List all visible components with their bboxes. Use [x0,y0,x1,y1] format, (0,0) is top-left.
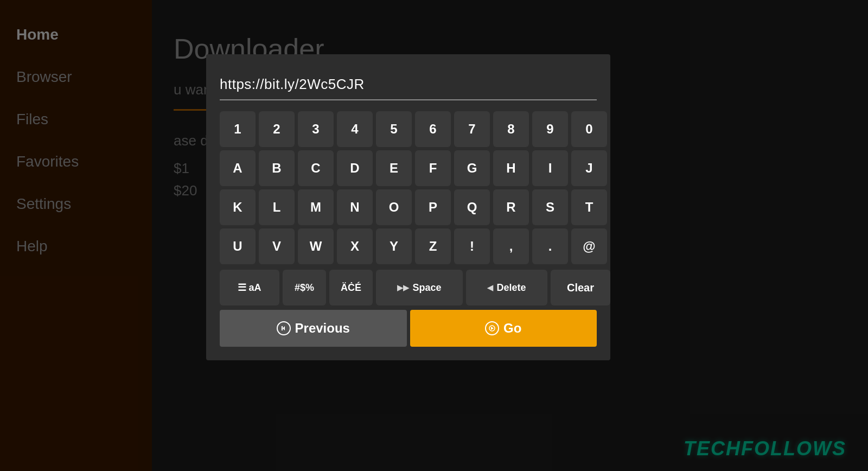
key-l[interactable]: L [259,189,295,225]
key-w[interactable]: W [298,228,334,264]
key-2[interactable]: 2 [259,111,295,147]
keyboard-dialog: 1 2 3 4 5 6 7 8 9 0 A B C D E F G H I J … [206,54,610,360]
key-f[interactable]: F [415,150,451,186]
delete-label: Delete [496,282,526,294]
key-at[interactable]: @ [571,228,607,264]
key-k[interactable]: K [220,189,256,225]
key-period[interactable]: . [532,228,568,264]
go-button[interactable]: Go [410,310,597,347]
alpha-row-1: A B C D E F G H I J [220,150,597,186]
dialog-bottom-buttons: Previous Go [220,310,597,347]
key-g[interactable]: G [454,150,490,186]
key-5[interactable]: 5 [376,111,412,147]
key-9[interactable]: 9 [532,111,568,147]
key-i[interactable]: I [532,150,568,186]
menu-icon: ☰ [238,282,246,294]
key-7[interactable]: 7 [454,111,490,147]
key-j[interactable]: J [571,150,607,186]
go-label: Go [503,321,521,336]
key-u[interactable]: U [220,228,256,264]
delete-button[interactable]: ◀ Delete [466,270,547,305]
key-z[interactable]: Z [415,228,451,264]
previous-button[interactable]: Previous [220,310,407,347]
key-exclaim[interactable]: ! [454,228,490,264]
alpha-row-2: K L M N O P Q R S T [220,189,597,225]
mode-label: aA [248,282,261,294]
key-n[interactable]: N [337,189,373,225]
space-button[interactable]: ▶▶ Space [376,270,463,305]
clear-button[interactable]: Clear [551,270,610,305]
url-input[interactable] [220,71,597,100]
key-v[interactable]: V [259,228,295,264]
symbols-button[interactable]: #$% [283,270,326,305]
space-icon: ▶▶ [397,283,409,292]
svg-marker-3 [491,327,494,330]
key-p[interactable]: P [415,189,451,225]
alpha-row-3: U V W X Y Z ! , . @ [220,228,597,264]
key-3[interactable]: 3 [298,111,334,147]
space-label: Space [412,282,441,294]
key-c[interactable]: C [298,150,334,186]
key-o[interactable]: O [376,189,412,225]
virtual-keyboard: 1 2 3 4 5 6 7 8 9 0 A B C D E F G H I J … [220,111,597,305]
go-icon [485,321,499,335]
key-8[interactable]: 8 [493,111,529,147]
mode-toggle-button[interactable]: ☰ aA [220,270,279,305]
key-e[interactable]: E [376,150,412,186]
key-t[interactable]: T [571,189,607,225]
delete-icon: ◀ [487,283,493,292]
key-1[interactable]: 1 [220,111,256,147]
special-row: ☰ aA #$% ÄĊÉ ▶▶ Space ◀ Delete Clear [220,270,597,305]
key-d[interactable]: D [337,150,373,186]
key-h[interactable]: H [493,150,529,186]
key-a[interactable]: A [220,150,256,186]
key-q[interactable]: Q [454,189,490,225]
key-0[interactable]: 0 [571,111,607,147]
accents-button[interactable]: ÄĊÉ [329,270,373,305]
number-row: 1 2 3 4 5 6 7 8 9 0 [220,111,597,147]
key-x[interactable]: X [337,228,373,264]
key-y[interactable]: Y [376,228,412,264]
key-4[interactable]: 4 [337,111,373,147]
key-b[interactable]: B [259,150,295,186]
key-comma[interactable]: , [493,228,529,264]
key-s[interactable]: S [532,189,568,225]
key-r[interactable]: R [493,189,529,225]
key-6[interactable]: 6 [415,111,451,147]
key-m[interactable]: M [298,189,334,225]
svg-marker-0 [283,326,285,330]
previous-icon [277,321,291,335]
previous-label: Previous [295,321,350,336]
